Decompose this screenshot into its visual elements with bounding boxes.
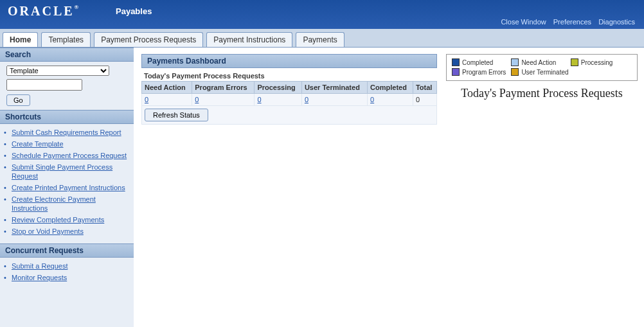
shortcuts-list: Submit Cash Requirements Report Create T… xyxy=(0,127,134,237)
preferences-link[interactable]: Preferences xyxy=(553,18,591,26)
shortcut-link[interactable]: Create Printed Payment Instructions xyxy=(12,184,125,191)
requests-table: Need Action Program Errors Processing Us… xyxy=(141,81,437,106)
sidebar: Search Template Go Shortcuts Submit Cash… xyxy=(0,48,134,327)
refresh-status-button[interactable]: Refresh Status xyxy=(145,109,208,121)
tab-bar: Home Templates Payment Process Requests … xyxy=(0,29,644,48)
legend-item: Completed xyxy=(452,58,511,66)
program-errors-count[interactable]: 0 xyxy=(195,96,199,103)
col-need-action: Need Action xyxy=(142,82,192,94)
legend-label: Need Action xyxy=(521,59,556,66)
diagnostics-link[interactable]: Diagnostics xyxy=(598,18,635,26)
tab-templates[interactable]: Templates xyxy=(41,32,91,47)
chart-panel: CompletedNeed ActionProcessingProgram Er… xyxy=(437,54,638,100)
legend-label: Processing xyxy=(581,59,613,66)
concurrent-list: Submit a Request Monitor Requests xyxy=(0,260,134,283)
legend-swatch xyxy=(571,58,578,66)
shortcut-link[interactable]: Submit Single Payment Process Request xyxy=(12,163,112,180)
legend-swatch xyxy=(511,58,519,66)
chart-title: Today's Payment Process Requests xyxy=(446,86,638,100)
shortcut-link[interactable]: Review Completed Payments xyxy=(12,216,104,224)
submit-request-link[interactable]: Submit a Request xyxy=(12,262,67,270)
user-terminated-count[interactable]: 0 xyxy=(305,96,309,103)
need-action-count[interactable]: 0 xyxy=(145,96,148,103)
search-input[interactable] xyxy=(6,79,82,91)
tab-home[interactable]: Home xyxy=(3,32,38,47)
search-type-select[interactable]: Template xyxy=(6,66,109,76)
processing-count[interactable]: 0 xyxy=(257,96,261,103)
completed-count[interactable]: 0 xyxy=(370,96,374,103)
legend-swatch xyxy=(511,68,519,76)
app-title: Payables xyxy=(116,6,152,16)
shortcut-link[interactable]: Create Template xyxy=(12,140,64,148)
total-count: 0 xyxy=(416,96,420,103)
shortcut-link[interactable]: Create Electronic Payment Instructions xyxy=(12,195,96,212)
legend-item: User Terminated xyxy=(511,68,570,76)
dashboard-title: Payments Dashboard xyxy=(141,54,437,68)
monitor-requests-link[interactable]: Monitor Requests xyxy=(12,274,67,281)
col-processing: Processing xyxy=(255,82,301,94)
close-window-link[interactable]: Close Window xyxy=(501,18,546,26)
col-user-terminated: User Terminated xyxy=(301,82,367,94)
legend-item: Program Errors xyxy=(452,68,511,76)
top-links: Close Window Preferences Diagnostics xyxy=(498,18,638,26)
col-program-errors: Program Errors xyxy=(192,82,255,94)
legend-label: Completed xyxy=(462,59,493,66)
tab-payment-process-requests[interactable]: Payment Process Requests xyxy=(94,32,203,47)
tab-payment-instructions[interactable]: Payment Instructions xyxy=(206,32,292,47)
shortcut-link[interactable]: Schedule Payment Process Request xyxy=(12,152,127,159)
dashboard-subtitle: Today's Payment Process Requests xyxy=(141,68,437,81)
concurrent-requests-header: Concurrent Requests xyxy=(0,243,134,258)
shortcuts-header: Shortcuts xyxy=(0,110,134,124)
search-header: Search xyxy=(0,48,134,62)
search-go-button[interactable]: Go xyxy=(6,94,30,106)
legend-item: Processing xyxy=(571,58,630,66)
legend-swatch xyxy=(452,58,460,66)
shortcut-link[interactable]: Submit Cash Requirements Report xyxy=(12,128,121,136)
legend-item: Need Action xyxy=(511,58,570,66)
dashboard-panel: Payments Dashboard Today's Payment Proce… xyxy=(141,54,437,125)
shortcut-link[interactable]: Stop or Void Payments xyxy=(12,227,84,235)
app-header: ORACLE® Payables Close Window Preference… xyxy=(0,0,644,29)
tab-payments[interactable]: Payments xyxy=(296,32,344,47)
legend-label: User Terminated xyxy=(521,69,568,76)
table-row: 0 0 0 0 0 0 xyxy=(142,94,437,106)
legend-label: Program Errors xyxy=(462,69,506,76)
oracle-logo: ORACLE® xyxy=(8,4,78,19)
col-total: Total xyxy=(413,82,436,94)
col-completed: Completed xyxy=(368,82,413,94)
chart-legend: CompletedNeed ActionProcessingProgram Er… xyxy=(446,54,638,81)
legend-swatch xyxy=(452,68,460,76)
